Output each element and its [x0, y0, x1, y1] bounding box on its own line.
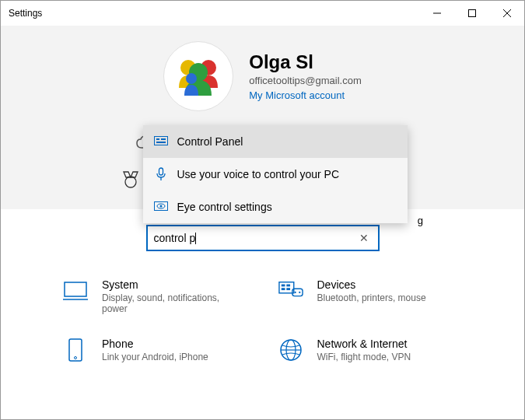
suggestion-voice-control[interactable]: Use your voice to control your PC [143, 158, 408, 191]
svg-rect-25 [286, 285, 290, 287]
categories-grid: System Display, sound, notifications, po… [1, 251, 524, 378]
svg-point-20 [159, 205, 162, 208]
svg-point-11 [125, 177, 136, 187]
close-button[interactable] [489, 1, 524, 26]
user-name: Olga Sl [249, 51, 361, 73]
suggestion-eye-control[interactable]: Eye control settings [143, 191, 408, 223]
svg-rect-15 [156, 142, 166, 143]
category-text: System Display, sound, notifications, po… [102, 278, 242, 314]
suggestion-label: Control Panel [177, 135, 243, 148]
rewards-trail: g [418, 215, 423, 226]
category-system[interactable]: System Display, sound, notifications, po… [63, 278, 247, 314]
clear-icon[interactable]: ✕ [356, 232, 372, 244]
svg-point-30 [299, 292, 300, 293]
category-phone[interactable]: Phone Link your Android, iPhone [63, 338, 247, 362]
svg-rect-23 [278, 282, 293, 293]
search-suggestions: Control Panel Use your voice to control … [143, 125, 408, 223]
svg-rect-31 [69, 339, 82, 361]
svg-rect-1 [468, 10, 475, 17]
category-title: Devices [317, 278, 426, 291]
category-text: Phone Link your Android, iPhone [102, 338, 208, 362]
window-controls [419, 1, 524, 26]
search-input[interactable]: control p [154, 232, 356, 245]
control-panel-icon [154, 135, 168, 149]
network-icon [278, 338, 303, 362]
search-area: Control Panel Use your voice to control … [146, 225, 380, 251]
search-box[interactable]: control p ✕ [146, 225, 380, 251]
avatar[interactable] [163, 41, 233, 111]
svg-rect-21 [65, 282, 86, 296]
eye-icon [154, 200, 168, 214]
category-sub: Link your Android, iPhone [102, 352, 208, 362]
svg-rect-26 [281, 288, 285, 290]
category-text: Devices Bluetooth, printers, mouse [317, 278, 426, 303]
maximize-button[interactable] [454, 1, 489, 26]
user-email: officetooltips@gmail.com [249, 75, 361, 86]
svg-rect-12 [154, 137, 167, 145]
content-area: Olga Sl officetooltips@gmail.com My Micr… [1, 26, 524, 419]
category-title: Phone [102, 338, 208, 350]
microsoft-account-link[interactable]: My Microsoft account [249, 89, 361, 101]
window-title: Settings [1, 8, 42, 19]
svg-point-7 [186, 73, 197, 84]
suggestion-label: Eye control settings [177, 201, 272, 213]
category-title: System [102, 278, 242, 291]
category-text: Network & Internet WiFi, flight mode, VP… [317, 338, 411, 362]
user-info: Olga Sl officetooltips@gmail.com My Micr… [249, 51, 361, 101]
system-icon [63, 278, 88, 303]
mic-icon [154, 167, 168, 181]
category-sub: Display, sound, notifications, power [102, 292, 242, 314]
suggestion-control-panel[interactable]: Control Panel [143, 125, 408, 158]
phone-icon [63, 338, 88, 362]
svg-rect-13 [156, 138, 159, 140]
medal-icon[interactable] [121, 170, 141, 190]
minimize-button[interactable] [419, 1, 454, 26]
svg-rect-16 [159, 168, 163, 175]
devices-icon [278, 278, 303, 303]
svg-point-29 [294, 292, 296, 293]
category-network[interactable]: Network & Internet WiFi, flight mode, VP… [278, 338, 463, 362]
svg-rect-24 [281, 285, 285, 287]
category-title: Network & Internet [317, 338, 411, 350]
suggestion-label: Use your voice to control your PC [177, 168, 340, 180]
titlebar: Settings [1, 1, 524, 26]
category-sub: WiFi, flight mode, VPN [317, 352, 411, 362]
svg-rect-27 [286, 288, 290, 290]
user-row: Olga Sl officetooltips@gmail.com My Micr… [1, 41, 524, 111]
settings-window: Settings [0, 0, 525, 420]
svg-rect-14 [161, 138, 166, 140]
category-devices[interactable]: Devices Bluetooth, printers, mouse [278, 278, 463, 314]
svg-point-32 [75, 357, 77, 359]
category-sub: Bluetooth, printers, mouse [317, 292, 426, 303]
